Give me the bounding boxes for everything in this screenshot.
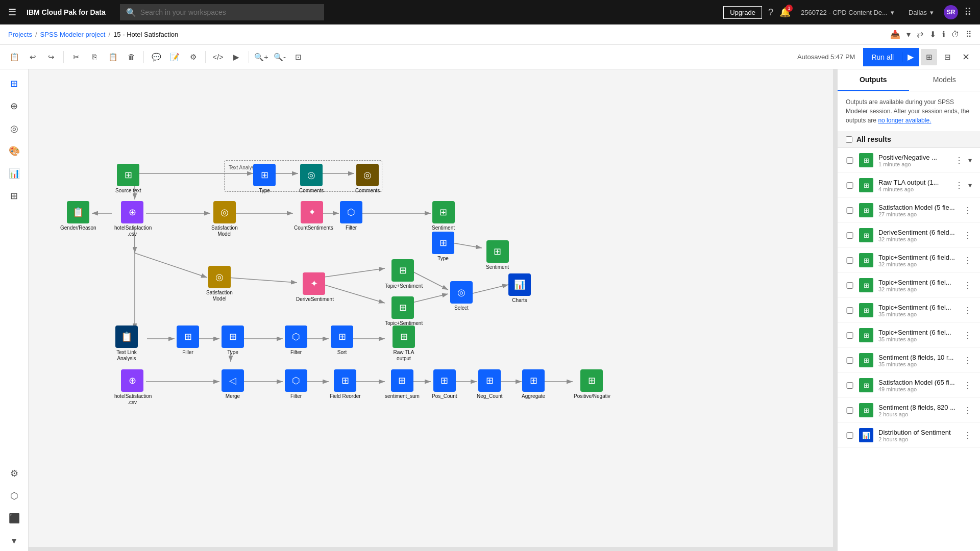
result-check-8[interactable] — [846, 357, 854, 364]
node-aggregate[interactable]: ⊞ Aggregate — [522, 369, 545, 399]
result-menu-4[interactable]: ⋮ — [964, 256, 972, 265]
all-results-checkbox[interactable] — [846, 136, 852, 143]
sidebar-icon-data[interactable]: ⊕ — [4, 96, 24, 116]
apps-icon[interactable]: ⠿ — [964, 6, 972, 18]
sidebar-icon-canvas[interactable]: ⊞ — [4, 73, 24, 94]
account-selector[interactable]: 2560722 - CPD Content De... ▾ — [797, 9, 898, 16]
result-menu-8[interactable]: ⋮ — [964, 356, 972, 365]
info-icon[interactable]: 📥 — [890, 30, 900, 39]
node-select[interactable]: ◎ Select — [450, 281, 473, 311]
node-type-1[interactable]: ⊞ Type — [253, 164, 276, 194]
node-filter-1[interactable]: ⬡ Filter — [340, 201, 362, 231]
sidebar-icon-terminal[interactable]: ⬛ — [4, 508, 24, 529]
result-check-5[interactable] — [846, 282, 854, 289]
no-longer-link[interactable]: no longer available. — [878, 117, 931, 124]
result-check-6[interactable] — [846, 307, 854, 314]
result-item-3[interactable]: ⊞ DeriveSentiment (6 field... 32 minutes… — [838, 223, 980, 248]
result-item-7[interactable]: ⊞ Topic+Sentiment (6 fiel... 35 minutes … — [838, 323, 980, 348]
sidebar-icon-extension[interactable]: ⬡ — [4, 486, 24, 506]
node-sort[interactable]: ⊞ Sort — [331, 325, 353, 356]
result-menu-7[interactable]: ⋮ — [964, 331, 972, 340]
run-node-button[interactable]: ▶ — [228, 49, 244, 65]
canvas-scroll-x[interactable] — [29, 547, 833, 551]
share-icon[interactable]: ⇄ — [917, 30, 923, 39]
canvas-scroll-y[interactable] — [833, 69, 837, 551]
result-menu-1[interactable]: ⋮ — [955, 181, 963, 190]
node-merge[interactable]: ◁ Merge — [222, 369, 244, 399]
result-item-11[interactable]: 📊 Distribution of Sentiment 2 hours ago … — [838, 423, 980, 448]
breadcrumb-modeler[interactable]: SPSS Modeler project — [40, 31, 106, 38]
result-check-0[interactable] — [846, 157, 854, 164]
tab-models[interactable]: Models — [909, 69, 981, 91]
result-menu-11[interactable]: ⋮ — [964, 431, 972, 440]
new-button[interactable]: 📋 — [6, 49, 22, 65]
run-all-button[interactable]: Run all ▶ — [863, 48, 919, 66]
node-topic-sentiment-2[interactable]: ⊞ Topic+Sentiment — [385, 296, 421, 327]
node-text-link-analysis[interactable]: 📋 Text LinkAnalysis — [115, 325, 138, 362]
expand-button[interactable]: ⊟ — [939, 49, 955, 65]
result-item-8[interactable]: ⊞ Sentiment (8 fields, 10 r... 35 minute… — [838, 348, 980, 373]
alert-icon[interactable]: ℹ — [942, 30, 945, 39]
node-sentiment-1[interactable]: ⊞ Sentiment — [432, 201, 455, 231]
upgrade-button[interactable]: Upgrade — [723, 6, 762, 19]
node-hotel-sat-csv[interactable]: ⊕ hotelSatisfaction.csv — [114, 201, 150, 237]
node-comments-1[interactable]: ◎ Comments — [299, 164, 324, 194]
result-expand-1[interactable]: ▾ — [968, 181, 972, 189]
result-menu-9[interactable]: ⋮ — [964, 381, 972, 390]
node-charts[interactable]: 📊 Charts — [508, 273, 531, 304]
result-menu-0[interactable]: ⋮ — [955, 156, 963, 165]
sidebar-icon-table[interactable]: ⊞ — [4, 186, 24, 206]
node-neg-count[interactable]: ⊞ Neg_Count — [477, 369, 503, 399]
sidebar-icon-model[interactable]: ◎ — [4, 118, 24, 139]
node-source-text[interactable]: ⊞ Source text — [115, 164, 141, 194]
annotation-button[interactable]: 📝 — [166, 49, 183, 65]
node-filter-2[interactable]: ⬡ Filter — [285, 325, 307, 356]
result-check-2[interactable] — [846, 207, 854, 214]
result-item-0[interactable]: ⊞ Positive/Negative ... 1 minute ago ⋮ ▾ — [838, 148, 980, 173]
result-menu-3[interactable]: ⋮ — [964, 231, 972, 240]
result-check-7[interactable] — [846, 332, 854, 339]
node-filter-3[interactable]: ⬡ Filter — [285, 369, 307, 399]
node-raw-tla[interactable]: ⊞ Raw TLA output — [386, 325, 422, 362]
sidebar-icon-palette[interactable]: 🎨 — [4, 141, 24, 161]
search-bar[interactable]: 🔍 — [120, 4, 324, 20]
result-item-5[interactable]: ⊞ Topic+Sentiment (6 fiel... 32 minutes … — [838, 273, 980, 298]
result-menu-5[interactable]: ⋮ — [964, 281, 972, 290]
node-type-2[interactable]: ⊞ Type — [432, 232, 454, 262]
result-check-1[interactable] — [846, 182, 854, 189]
zoom-in-button[interactable]: 🔍+ — [253, 49, 270, 65]
help-icon[interactable]: ? — [768, 7, 773, 18]
zoom-out-button[interactable]: 🔍- — [272, 49, 288, 65]
result-item-2[interactable]: ⊞ Satisfaction Model (5 fie... 27 minute… — [838, 198, 980, 223]
fit-button[interactable]: ⊡ — [290, 49, 306, 65]
paste-button[interactable]: 📋 — [105, 49, 121, 65]
avatar[interactable]: SR — [944, 5, 958, 19]
result-item-6[interactable]: ⊞ Topic+Sentiment (6 fiel... 35 minutes … — [838, 298, 980, 323]
comment-button[interactable]: 💬 — [148, 49, 164, 65]
chevron-down-icon[interactable]: ▾ — [906, 30, 911, 39]
history-icon[interactable]: ⏱ — [951, 30, 960, 39]
settings-icon[interactable]: ⠿ — [966, 30, 972, 39]
node-comments-2[interactable]: ◎ Comments — [355, 164, 380, 194]
copy-button[interactable]: ⎘ — [86, 49, 103, 65]
node-sat-model-2[interactable]: ◎ SatisfactionModel — [206, 266, 233, 302]
result-item-4[interactable]: ⊞ Topic+Sentiment (6 field... 32 minutes… — [838, 248, 980, 273]
result-check-9[interactable] — [846, 382, 854, 389]
result-check-3[interactable] — [846, 232, 854, 239]
node-field-reorder[interactable]: ⊞ Field Reorder — [330, 369, 361, 399]
sidebar-icon-settings[interactable]: ⚙ — [4, 463, 24, 484]
delete-button[interactable]: 🗑 — [123, 49, 139, 65]
result-expand-0[interactable]: ▾ — [968, 156, 972, 164]
tab-outputs[interactable]: Outputs — [838, 69, 909, 91]
node-sentiment-2[interactable]: ⊞ Sentiment — [486, 240, 509, 270]
canvas-area[interactable]: Text Analysis ⊞ Source text ⊕ hotelSatis… — [29, 69, 837, 551]
result-menu-2[interactable]: ⋮ — [964, 206, 972, 215]
region-selector[interactable]: Dallas ▾ — [904, 9, 938, 16]
cut-button[interactable]: ✂ — [68, 49, 84, 65]
node-filler-1[interactable]: ⊞ Filler — [177, 325, 199, 356]
undo-button[interactable]: ↩ — [24, 49, 41, 65]
output-toggle-button[interactable]: ⊞ — [921, 49, 937, 65]
code-button[interactable]: </> — [210, 49, 226, 65]
node-positive-negative[interactable]: ⊞ Positive/Negativ — [574, 369, 609, 399]
result-menu-6[interactable]: ⋮ — [964, 306, 972, 315]
